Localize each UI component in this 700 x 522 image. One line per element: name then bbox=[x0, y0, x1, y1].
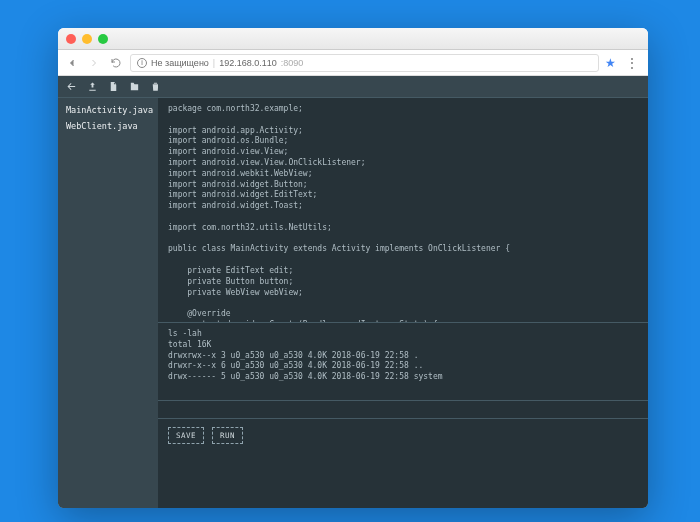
traffic-lights bbox=[66, 34, 108, 44]
file-item-mainactivity[interactable]: MainActivity.java bbox=[58, 102, 158, 118]
command-input-row bbox=[158, 401, 648, 419]
code-editor[interactable]: package com.north32.example; import andr… bbox=[158, 98, 648, 323]
bookmark-star-icon[interactable]: ★ bbox=[605, 56, 616, 70]
save-button[interactable]: SAVE bbox=[168, 427, 204, 444]
browser-toolbar: i Не защищено | 192.168.0.110:8090 ★ ⋮ bbox=[58, 50, 648, 76]
upload-icon[interactable] bbox=[87, 81, 98, 92]
app-toolbar bbox=[58, 76, 158, 98]
minimize-window-button[interactable] bbox=[82, 34, 92, 44]
action-buttons: SAVE RUN bbox=[158, 419, 648, 508]
security-label: Не защищено bbox=[151, 58, 209, 68]
right-column: package com.north32.example; import andr… bbox=[158, 76, 648, 508]
browser-menu-icon[interactable]: ⋮ bbox=[622, 56, 642, 70]
forward-button[interactable] bbox=[86, 55, 102, 71]
new-folder-icon[interactable] bbox=[129, 81, 140, 92]
macos-titlebar bbox=[58, 28, 648, 50]
file-item-webclient[interactable]: WebClient.java bbox=[58, 118, 158, 134]
reload-button[interactable] bbox=[108, 55, 124, 71]
editor-toolbar-spacer bbox=[158, 76, 648, 98]
close-window-button[interactable] bbox=[66, 34, 76, 44]
command-input[interactable] bbox=[158, 401, 648, 418]
file-list: MainActivity.java WebClient.java bbox=[58, 98, 158, 508]
browser-window: i Не защищено | 192.168.0.110:8090 ★ ⋮ M… bbox=[58, 28, 648, 508]
left-column: MainActivity.java WebClient.java bbox=[58, 76, 158, 508]
maximize-window-button[interactable] bbox=[98, 34, 108, 44]
run-button[interactable]: RUN bbox=[212, 427, 243, 444]
back-button[interactable] bbox=[64, 55, 80, 71]
terminal-output: ls -lah total 16K drwxrwx--x 3 u0_a530 u… bbox=[158, 323, 648, 401]
info-icon: i bbox=[137, 58, 147, 68]
address-bar[interactable]: i Не защищено | 192.168.0.110:8090 bbox=[130, 54, 599, 72]
url-port: :8090 bbox=[281, 58, 304, 68]
app-content: MainActivity.java WebClient.java package… bbox=[58, 76, 648, 508]
new-file-icon[interactable] bbox=[108, 81, 119, 92]
back-icon[interactable] bbox=[66, 81, 77, 92]
url-host: 192.168.0.110 bbox=[219, 58, 277, 68]
